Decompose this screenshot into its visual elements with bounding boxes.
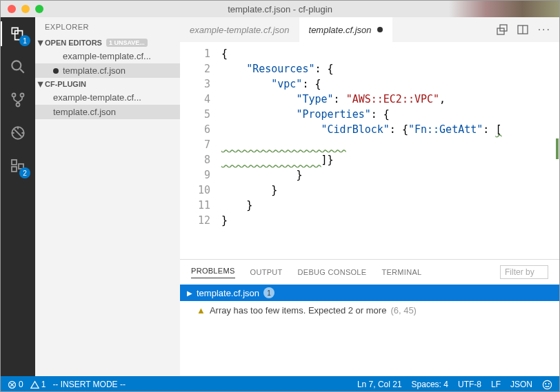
tab-template[interactable]: template.cf.json bbox=[299, 17, 392, 42]
file-label: example-template.cf... bbox=[53, 92, 141, 103]
warning-icon: ▲ bbox=[197, 305, 206, 316]
tab-problems[interactable]: PROBLEMS bbox=[191, 267, 235, 278]
bottom-panel: PROBLEMS OUTPUT DEBUG CONSOLE TERMINAL F… bbox=[180, 259, 559, 376]
problem-count-badge: 1 bbox=[263, 287, 274, 298]
status-cursor-position[interactable]: Ln 7, Col 21 bbox=[357, 380, 402, 389]
status-vim-mode: -- INSERT MODE -- bbox=[52, 380, 126, 389]
status-indentation[interactable]: Spaces: 4 bbox=[412, 380, 448, 389]
chevron-down-icon: ▶ bbox=[187, 289, 192, 297]
tab-example-template[interactable]: example-template.cf.json bbox=[180, 17, 299, 42]
overview-ruler-marker bbox=[556, 138, 559, 159]
svg-rect-6 bbox=[12, 167, 17, 172]
sidebar: EXPLORER ▶ OPEN EDITORS 1 UNSAVE... exam… bbox=[35, 17, 180, 376]
editor-tabs: example-template.cf.json template.cf.jso… bbox=[180, 17, 559, 42]
svg-point-14 bbox=[548, 383, 549, 384]
filter-input[interactable]: Filter by bbox=[500, 265, 548, 279]
editor-area: example-template.cf.json template.cf.jso… bbox=[180, 17, 559, 376]
open-editors-header[interactable]: ▶ OPEN EDITORS 1 UNSAVE... bbox=[35, 37, 180, 49]
tab-output[interactable]: OUTPUT bbox=[250, 268, 283, 276]
main-area: 1 2 EXPLORER ▶ OPEN EDITORS 1 UNSAVE... … bbox=[1, 17, 559, 376]
problem-file-name: template.cf.json bbox=[197, 288, 259, 298]
file-item[interactable]: example-template.cf... bbox=[35, 90, 180, 105]
file-item[interactable]: template.cf.json bbox=[35, 105, 180, 119]
file-label: template.cf.json bbox=[63, 65, 126, 76]
extensions-icon[interactable]: 2 bbox=[8, 156, 28, 176]
tab-label: template.cf.json bbox=[309, 25, 372, 35]
explorer-badge: 1 bbox=[19, 35, 30, 46]
status-encoding[interactable]: UTF-8 bbox=[458, 380, 481, 389]
svg-point-3 bbox=[17, 103, 20, 107]
tab-debug-console[interactable]: DEBUG CONSOLE bbox=[298, 268, 367, 276]
problem-file-group[interactable]: ▶ template.cf.json 1 bbox=[180, 285, 559, 301]
tab-actions: ··· bbox=[488, 17, 559, 42]
svg-point-1 bbox=[12, 94, 16, 97]
source-control-icon[interactable] bbox=[8, 90, 28, 110]
open-editors-label: OPEN EDITORS bbox=[45, 39, 102, 47]
open-editor-item[interactable]: example-template.cf... bbox=[35, 49, 180, 63]
status-eol[interactable]: LF bbox=[491, 380, 501, 389]
preview-icon[interactable] bbox=[497, 24, 508, 35]
dirty-indicator-icon bbox=[53, 68, 59, 74]
more-icon[interactable]: ··· bbox=[538, 23, 551, 36]
line-numbers: 123456789101112 bbox=[180, 42, 221, 259]
sidebar-header: EXPLORER bbox=[35, 17, 180, 37]
chevron-down-icon: ▶ bbox=[37, 40, 45, 45]
split-editor-icon[interactable] bbox=[517, 24, 528, 35]
status-warnings[interactable]: 1 bbox=[30, 380, 46, 389]
dirty-indicator-icon bbox=[377, 27, 383, 32]
svg-point-2 bbox=[21, 94, 24, 97]
explorer-icon[interactable]: 1 bbox=[8, 24, 28, 43]
problem-location: (6, 45) bbox=[390, 305, 417, 316]
svg-rect-5 bbox=[12, 160, 17, 165]
panel-tabs: PROBLEMS OUTPUT DEBUG CONSOLE TERMINAL F… bbox=[180, 260, 559, 285]
chevron-down-icon: ▶ bbox=[37, 81, 45, 87]
feedback-icon[interactable] bbox=[542, 380, 552, 390]
file-label: example-template.cf... bbox=[63, 51, 151, 61]
unsaved-badge: 1 UNSAVE... bbox=[106, 39, 148, 47]
problem-message: Array has too few items. Expected 2 or m… bbox=[210, 305, 387, 316]
status-language[interactable]: JSON bbox=[510, 380, 532, 389]
window-title: template.cf.json - cf-plugin bbox=[1, 4, 559, 14]
folder-header[interactable]: ▶ CF-PLUGIN bbox=[35, 78, 180, 90]
tab-terminal[interactable]: TERMINAL bbox=[381, 268, 421, 276]
extensions-badge: 2 bbox=[19, 167, 30, 178]
activity-bar: 1 2 bbox=[1, 17, 35, 376]
search-icon[interactable] bbox=[8, 57, 28, 76]
problem-item[interactable]: ▲ Array has too few items. Expected 2 or… bbox=[180, 301, 559, 320]
titlebar: template.cf.json - cf-plugin bbox=[1, 1, 559, 17]
folder-label: CF-PLUGIN bbox=[45, 80, 86, 88]
svg-point-13 bbox=[546, 383, 546, 384]
code-content[interactable]: { "Resources": { "vpc": { "Type": "AWS::… bbox=[221, 42, 501, 259]
status-errors[interactable]: 0 bbox=[8, 380, 23, 389]
debug-icon[interactable] bbox=[8, 123, 28, 143]
status-bar: 0 1 -- INSERT MODE -- Ln 7, Col 21 Space… bbox=[1, 376, 559, 392]
open-editor-item[interactable]: template.cf.json bbox=[35, 63, 180, 78]
tab-label: example-template.cf.json bbox=[190, 25, 290, 35]
svg-point-12 bbox=[543, 380, 551, 389]
file-label: template.cf.json bbox=[53, 107, 116, 117]
svg-point-0 bbox=[12, 61, 21, 70]
code-editor[interactable]: 123456789101112 { "Resources": { "vpc": … bbox=[180, 42, 559, 259]
